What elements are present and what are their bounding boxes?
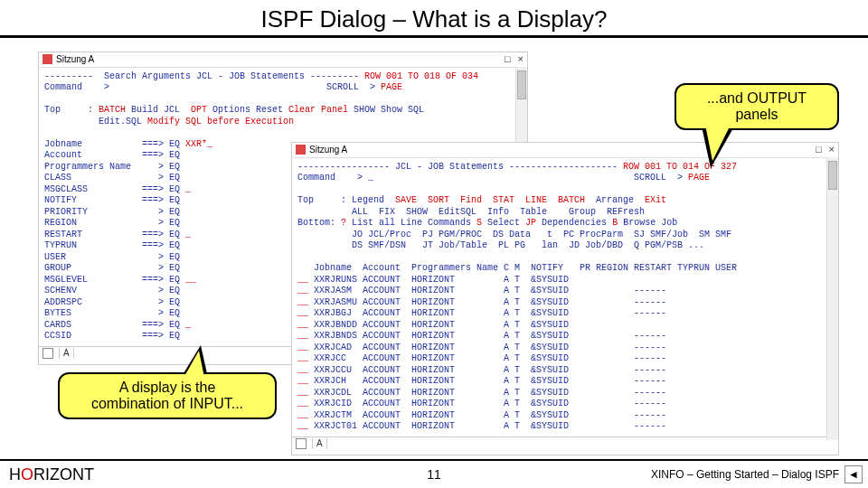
close-icon[interactable]: × [829,144,835,156]
status-text: A [63,348,70,360]
session-title: Sitzung A [309,145,347,156]
footer-subtitle: XINFO – Getting Started – Dialog ISPF [651,468,839,481]
callout-input: A display is the combination of INPUT... [58,372,277,419]
window-restore-icon[interactable]: □ [505,53,511,66]
terminal-output-panel: Sitzung A □ × ----------------- JCL - JO… [291,142,839,455]
content-area: Sitzung A □ × --------- Search Arguments… [0,38,868,449]
callout-output-tail-fill [705,125,731,161]
footer-brand: HORIZONT [9,465,94,484]
status-text: A [316,438,323,450]
scrollbar-2[interactable] [826,157,838,440]
window-restore-icon[interactable]: □ [816,144,822,156]
titlebar-1: Sitzung A □ × [39,52,527,68]
session-icon [42,54,52,64]
titlebar-2: Sitzung A □ × [292,143,838,158]
status-icon [42,348,53,359]
terminal-body-2: ----------------- JCL - JOB Statements -… [292,158,838,436]
callout-output: ...and OUTPUT panels [675,83,839,130]
close-icon[interactable]: × [518,53,524,66]
callout-input-tail-fill [184,351,204,378]
slide-title: ISPF Dialog – What is a Display? [0,0,868,38]
statusbar-2: A [292,436,838,451]
session-title: Sitzung A [56,54,94,66]
status-icon [296,438,307,449]
footer: HORIZONT 11 XINFO – Getting Started – Di… [0,459,868,488]
session-icon [296,145,306,155]
footer-next-icon[interactable]: ◄ [844,465,863,483]
